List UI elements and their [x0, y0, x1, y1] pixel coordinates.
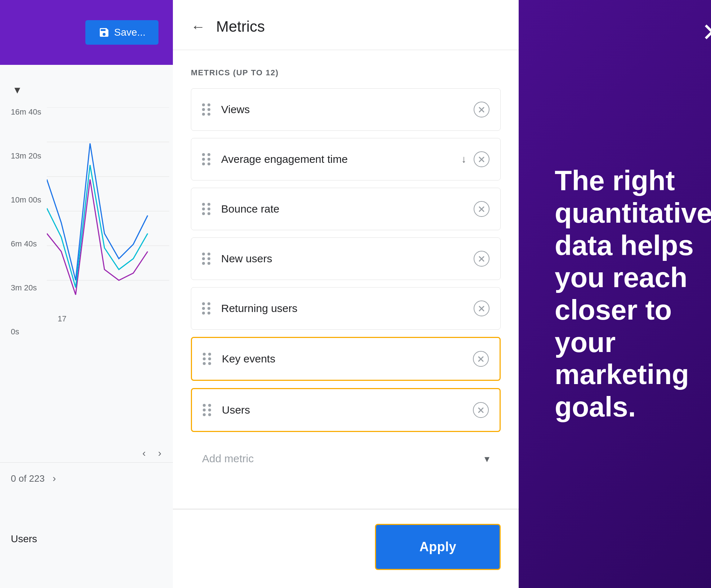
bottom-section-label: Users	[11, 533, 37, 545]
nav-prev-arrow[interactable]: ‹	[138, 445, 150, 462]
scroll-nav: ‹ ›	[138, 445, 166, 462]
pagination-next-arrow[interactable]: ›	[48, 470, 60, 487]
y-axis-label: 13m 20s	[11, 151, 41, 161]
chart-svg-wrapper	[47, 107, 162, 318]
chart-dropdown[interactable]: ▾	[11, 79, 162, 100]
top-bar: Save...	[0, 0, 173, 65]
metric-label-bounce-rate: Bounce rate	[221, 203, 474, 215]
add-metric-row[interactable]: Add metric ▾	[191, 439, 501, 478]
remove-views-button[interactable]	[474, 102, 489, 117]
y-axis-label: 10m 00s	[11, 195, 41, 205]
remove-new-users-button[interactable]	[474, 251, 489, 267]
metrics-panel: ← Metrics METRICS (UP TO 12) Views Avera…	[173, 0, 519, 588]
chevron-down-icon: ▾	[14, 83, 20, 97]
y-axis-label: 3m 20s	[11, 283, 41, 293]
save-button-label: Save...	[114, 27, 146, 38]
metric-label-avg-engagement: Average engagement time	[221, 153, 461, 165]
right-promo-panel: ✕ The right quantitative data helps you …	[519, 0, 711, 588]
metric-label-key-events: Key events	[222, 353, 473, 365]
metrics-body: METRICS (UP TO 12) Views Average engagem…	[173, 50, 519, 509]
metrics-panel-title: Metrics	[216, 18, 265, 35]
drag-handle-returning-users[interactable]	[202, 302, 211, 315]
metric-label-new-users: New users	[221, 253, 474, 265]
add-metric-dropdown-icon: ▾	[484, 453, 489, 465]
metric-item-views[interactable]: Views	[191, 88, 501, 131]
remove-returning-users-button[interactable]	[474, 300, 489, 316]
chart-area: ▾ 16m 40s 13m 20s 10m 00s 6m 40s 3m 20s …	[0, 65, 173, 338]
line-chart	[47, 107, 169, 316]
metric-item-users[interactable]: Users	[191, 388, 501, 432]
drag-handle-new-users[interactable]	[202, 253, 211, 265]
remove-avg-engagement-button[interactable]	[474, 151, 489, 167]
metric-label-users: Users	[222, 404, 473, 416]
close-icon: ✕	[702, 20, 711, 45]
save-button[interactable]: Save...	[85, 20, 158, 45]
y-axis-label: 6m 40s	[11, 239, 41, 249]
remove-bounce-rate-button[interactable]	[474, 201, 489, 217]
left-analytics-panel: Save... ▾ 16m 40s 13m 20s 10m 00s 6m 40s…	[0, 0, 173, 588]
apply-button[interactable]: Apply	[375, 524, 501, 570]
metric-item-new-users[interactable]: New users	[191, 237, 501, 280]
pagination-area: 0 of 223 ›	[0, 462, 173, 494]
metrics-header: ← Metrics	[173, 0, 519, 50]
save-icon	[98, 27, 110, 38]
drag-handle-bounce-rate[interactable]	[202, 203, 211, 215]
metric-item-bounce-rate[interactable]: Bounce rate	[191, 188, 501, 230]
nav-next-arrow[interactable]: ›	[154, 445, 166, 462]
y-axis-label: 16m 40s	[11, 107, 41, 117]
pagination-text: 0 of 223	[11, 473, 45, 484]
back-arrow-icon[interactable]: ←	[191, 19, 205, 35]
drag-handle-avg-engagement[interactable]	[202, 153, 211, 165]
metric-label-views: Views	[221, 103, 474, 116]
x-axis-label: 17	[58, 314, 66, 323]
metrics-section-label: METRICS (UP TO 12)	[191, 68, 501, 77]
metric-item-returning-users[interactable]: Returning users	[191, 287, 501, 330]
pagination-count: 0 of 223	[11, 473, 45, 484]
metrics-footer: Apply	[173, 509, 519, 588]
drag-handle-key-events[interactable]	[203, 353, 212, 365]
sort-down-icon[interactable]: ↓	[461, 153, 466, 165]
metric-label-returning-users: Returning users	[221, 302, 474, 315]
drag-handle-views[interactable]	[202, 103, 211, 116]
promo-text: The right quantitative data helps you re…	[555, 165, 711, 423]
users-label: Users	[11, 533, 37, 544]
y-axis-label: 0s	[11, 327, 41, 337]
metric-item-avg-engagement[interactable]: Average engagement time ↓	[191, 138, 501, 181]
close-button[interactable]: ✕	[698, 18, 711, 47]
metric-item-key-events[interactable]: Key events	[191, 337, 501, 381]
remove-users-button[interactable]	[473, 402, 489, 418]
drag-handle-users[interactable]	[203, 404, 212, 416]
remove-key-events-button[interactable]	[473, 351, 489, 367]
add-metric-placeholder: Add metric	[202, 453, 484, 465]
